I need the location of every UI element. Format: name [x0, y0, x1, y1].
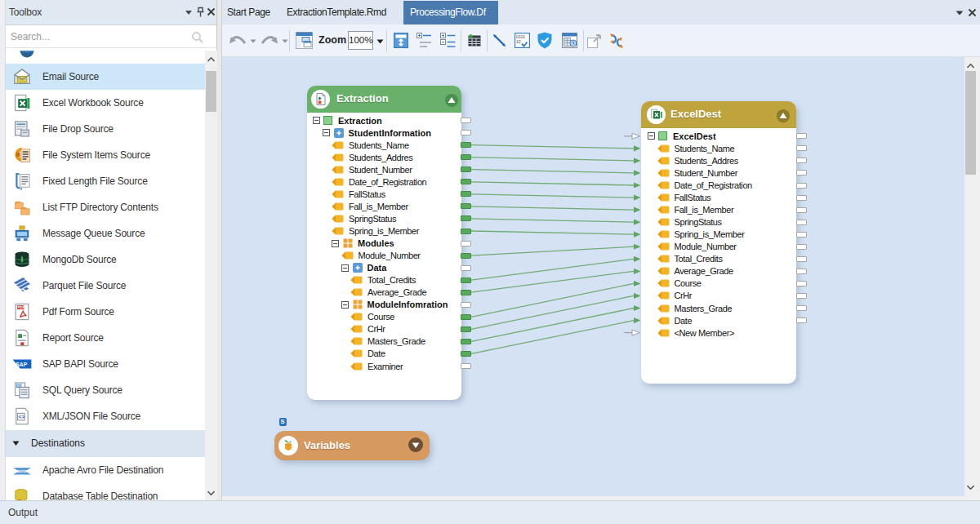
svg-text:10: 10	[516, 39, 521, 44]
svg-text:<>: <>	[18, 415, 24, 420]
svg-text:avro: avro	[17, 468, 28, 473]
svg-text:SAP: SAP	[16, 362, 27, 367]
svg-text:PDF: PDF	[17, 305, 24, 309]
